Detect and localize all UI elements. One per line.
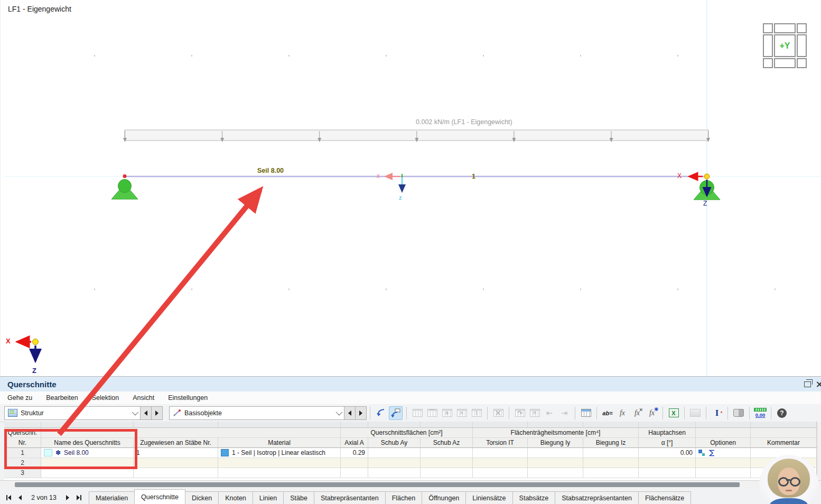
tab-knoten[interactable]: Knoten	[218, 491, 253, 504]
first-table-button[interactable]	[6, 495, 11, 500]
menu-selektion[interactable]: Selektion	[92, 394, 119, 402]
category-prev-button[interactable]	[344, 406, 356, 420]
navcube-edge[interactable]	[797, 34, 807, 57]
schub-ay-cell[interactable]	[368, 448, 421, 458]
tab-stabsatzrepraesentanten[interactable]: Stabsatzrepräsentanten	[555, 491, 639, 504]
delete-table-icon[interactable]: ✕	[491, 406, 505, 420]
empty-cell[interactable]	[134, 468, 218, 478]
row-number-cell[interactable]: 3	[4, 468, 41, 478]
navcube-edge[interactable]	[774, 58, 796, 68]
navcube-corner[interactable]	[797, 58, 807, 68]
empty-cell[interactable]	[583, 468, 639, 478]
navcube-corner[interactable]	[763, 23, 773, 33]
tab-dicken[interactable]: Dicken	[185, 491, 219, 504]
tab-flaechen[interactable]: Flächen	[385, 491, 422, 504]
tab-flaechensaetze[interactable]: Flächensätze	[638, 491, 691, 504]
empty-cell[interactable]	[473, 458, 528, 468]
navcube-corner[interactable]	[797, 23, 807, 33]
navigator-combobox[interactable]: Struktur	[4, 406, 141, 420]
delete-row-icon[interactable]: ✕	[528, 406, 542, 420]
empty-cell[interactable]	[639, 458, 696, 468]
biegung-iy-cell[interactable]	[528, 448, 583, 458]
schub-az-cell[interactable]	[421, 448, 473, 458]
tab-staebe[interactable]: Stäbe	[283, 491, 314, 504]
insert-row-icon[interactable]: ⇤	[543, 406, 556, 420]
function-delete-icon[interactable]: fx✕	[630, 406, 644, 420]
navigator-next-button[interactable]	[152, 406, 163, 420]
empty-cell[interactable]	[528, 458, 583, 468]
navcube-edge[interactable]	[774, 23, 796, 33]
library-icon[interactable]	[732, 406, 745, 420]
table-vertical-scrollbar[interactable]	[817, 422, 821, 480]
tab-querschnitte[interactable]: Querschnitte	[134, 489, 185, 504]
assigned-cell[interactable]: 1	[134, 448, 218, 458]
rename-icon[interactable]: ab=	[601, 406, 614, 420]
navigation-cube[interactable]: +Y	[763, 23, 807, 68]
table-row-icon[interactable]: —	[425, 406, 439, 420]
excel-export-icon[interactable]: X	[667, 406, 680, 420]
tab-oeffnungen[interactable]: Öffnungen	[422, 491, 466, 504]
text-cursor-icon[interactable]: I▪	[710, 406, 724, 420]
empty-cell[interactable]	[134, 458, 218, 468]
function-icon[interactable]: fx	[615, 406, 629, 420]
empty-cell[interactable]	[218, 458, 341, 468]
navcube-corner[interactable]	[763, 58, 773, 68]
navigator-prev-button[interactable]	[141, 406, 152, 420]
empty-cell[interactable]	[421, 458, 473, 468]
table-add-icon[interactable]: +	[440, 406, 454, 420]
table-horizontal-scrollbar[interactable]	[0, 480, 821, 489]
support-left[interactable]	[111, 174, 138, 199]
empty-cell[interactable]	[421, 468, 473, 478]
tab-stabrepraesentanten[interactable]: Stabrepräsentanten	[314, 491, 386, 504]
previous-table-button[interactable]	[18, 495, 22, 500]
graphics-viewport[interactable]: LF1 - Eigengewicht	[0, 0, 821, 376]
scrollbar-thumb[interactable]	[15, 482, 740, 487]
select-in-graphic-icon[interactable]	[389, 406, 403, 420]
empty-cell[interactable]	[341, 468, 368, 478]
empty-cell[interactable]	[473, 468, 528, 478]
table-clear-cells-icon[interactable]: ✕	[455, 406, 469, 420]
empty-cell[interactable]	[583, 458, 639, 468]
category-combobox[interactable]: Basisobjekte	[169, 406, 344, 420]
show-in-graphic-icon[interactable]	[374, 406, 388, 420]
category-next-button[interactable]	[356, 406, 367, 420]
table-view-icon[interactable]	[410, 406, 424, 420]
function-view-icon[interactable]: fx◉	[645, 406, 659, 420]
empty-cell[interactable]	[341, 458, 368, 468]
append-row-icon[interactable]: ⇥	[557, 406, 571, 420]
distributed-load[interactable]	[125, 130, 708, 142]
next-table-button[interactable]	[66, 495, 69, 500]
decimal-places-icon[interactable]: 0,00	[753, 406, 767, 420]
empty-cell[interactable]	[368, 458, 421, 468]
last-table-button[interactable]	[77, 495, 81, 500]
close-icon[interactable]	[816, 381, 821, 387]
navcube-face-y[interactable]: +Y	[774, 34, 796, 57]
tab-stabsaetze[interactable]: Stabsätze	[512, 491, 556, 504]
biegung-iz-cell[interactable]	[583, 448, 639, 458]
table-fill-icon[interactable]: ⋮	[470, 406, 483, 420]
alpha-cell[interactable]: 0.00	[639, 448, 696, 458]
torsion-cell[interactable]	[473, 448, 528, 458]
empty-cell[interactable]	[41, 468, 134, 478]
menu-gehe-zu[interactable]: Gehe zu	[7, 394, 32, 402]
tab-linien[interactable]: Linien	[253, 491, 284, 504]
empty-cell[interactable]	[696, 458, 751, 468]
navcube-edge[interactable]	[763, 34, 773, 57]
empty-cell[interactable]	[528, 468, 583, 478]
copy-row-icon[interactable]: ↷	[513, 406, 527, 420]
print-icon[interactable]	[688, 406, 702, 420]
empty-cell[interactable]	[218, 468, 341, 478]
optionen-cell[interactable]	[696, 448, 751, 458]
float-window-icon[interactable]	[804, 381, 811, 387]
axial-a-cell[interactable]: 0.29	[341, 448, 368, 458]
material-cell[interactable]: 1 - Seil | Isotrop | Linear elastisch	[218, 448, 341, 458]
table-header-icon[interactable]	[579, 406, 593, 420]
menu-einstellungen[interactable]: Einstellungen	[168, 394, 208, 402]
menu-ansicht[interactable]: Ansicht	[133, 394, 154, 402]
tab-liniensaetze[interactable]: Liniensätze	[465, 491, 512, 504]
menu-bearbeiten[interactable]: Bearbeiten	[46, 394, 78, 402]
empty-cell[interactable]	[639, 468, 696, 478]
empty-cell[interactable]	[696, 468, 751, 478]
empty-cell[interactable]	[368, 468, 421, 478]
help-icon[interactable]: ?	[775, 406, 789, 420]
